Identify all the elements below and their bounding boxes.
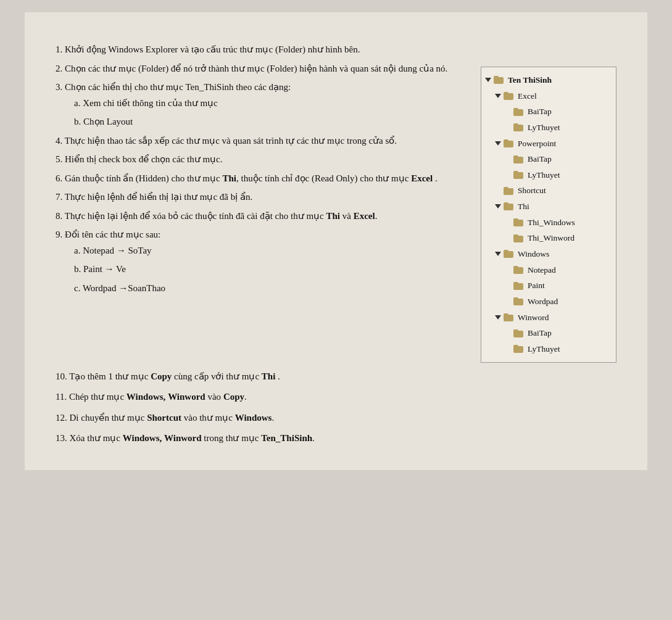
- bottom-item-text: Xóa thư mục Windows, Winword trong thư m…: [70, 433, 315, 443]
- item-number: 1.: [56, 44, 62, 54]
- folder-icon: [504, 250, 513, 258]
- instruction-item: 3. Chọn các hiển thị cho thư mục Ten_Thi…: [56, 80, 462, 130]
- expand-arrow: [495, 252, 501, 256]
- expand-arrow: [495, 94, 501, 98]
- folder-icon: [513, 123, 523, 131]
- folder-icon: [504, 139, 513, 147]
- tree-item[interactable]: Powerpoint: [485, 136, 612, 152]
- sub-item: c. Wordpad →SoanThao: [74, 281, 462, 297]
- bottom-instruction-item: 11. Chép thư mục Windows, Winword vào Co…: [56, 389, 616, 405]
- instruction-item: 8. Thực hiện lại lệnh để xóa bỏ các thuộ…: [56, 209, 462, 225]
- folder-icon: [513, 108, 523, 116]
- tree-item[interactable]: Thi_Windows: [485, 215, 612, 231]
- expand-arrow: [495, 315, 501, 320]
- page: 1. Khởi động Windows Explorer và tạo cấu…: [25, 12, 647, 470]
- tree-item[interactable]: Windows: [485, 246, 612, 262]
- tree-item[interactable]: LyThuyet: [485, 341, 612, 357]
- instruction-item: 7. Thực hiện lệnh để hiển thị lại thư mụ…: [56, 189, 462, 205]
- tree-item[interactable]: Notepad: [485, 262, 612, 278]
- item-text: Thực hiện lại lệnh để xóa bỏ các thuộc t…: [65, 211, 378, 221]
- tree-item[interactable]: Thi_Winword: [485, 230, 612, 246]
- bottom-item-text: Chép thư mục Windows, Winword vào Copy.: [69, 392, 247, 402]
- folder-icon: [504, 92, 513, 100]
- content-wrapper: 1. Khởi động Windows Explorer và tạo cấu…: [56, 42, 616, 363]
- tree-item[interactable]: Excel: [485, 88, 612, 104]
- tree-item[interactable]: Thi: [485, 199, 612, 215]
- tree-item-label: BaiTap: [528, 104, 552, 120]
- instruction-item: 9. Đổi tên các thư mục sau:a. Notepad → …: [56, 227, 462, 296]
- tree-item-label: Paint: [528, 278, 545, 294]
- tree-item[interactable]: LyThuyet: [485, 167, 612, 183]
- sub-item-text: c. Wordpad →SoanThao: [74, 283, 165, 293]
- folder-icon: [513, 266, 523, 274]
- tree-item-label: Powerpoint: [518, 136, 556, 152]
- sub-item: a. Notepad → SoTay: [74, 243, 462, 259]
- sub-item: a. Xem chi tiết thông tin của thư mục: [74, 96, 462, 112]
- folder-icon: [513, 345, 523, 353]
- sub-item: b. Paint → Ve: [74, 262, 462, 278]
- folder-icon: [513, 329, 523, 337]
- tree-item-label: Wordpad: [528, 294, 558, 310]
- tree-item[interactable]: Shortcut: [485, 183, 612, 199]
- instruction-item: 4. Thực hiện thao tác sắp xếp các thư mụ…: [56, 133, 462, 149]
- tree-item-label: Shortcut: [518, 183, 546, 199]
- item-number: 9.: [56, 229, 62, 239]
- item-number: 5.: [56, 154, 62, 164]
- folder-icon: [494, 76, 504, 84]
- tree-item[interactable]: BaiTap: [485, 104, 612, 120]
- tree-item-label: Notepad: [528, 262, 556, 278]
- sub-item-text: b. Paint → Ve: [74, 264, 126, 274]
- bottom-item-text: Di chuyển thư mục Shortcut vào thư mục W…: [70, 413, 275, 423]
- folder-icon: [513, 234, 523, 242]
- folder-icon: [504, 313, 513, 321]
- folder-icon: [513, 297, 523, 305]
- folder-icon: [504, 202, 513, 210]
- bottom-item-number: 13.: [56, 433, 67, 443]
- expand-arrow: [495, 204, 501, 209]
- expand-arrow: [495, 141, 501, 146]
- instruction-item: 6. Gán thuộc tính ẩn (Hidden) cho thư mụ…: [56, 171, 462, 187]
- tree-item[interactable]: LyThuyet: [485, 120, 612, 136]
- tree-item[interactable]: Wordpad: [485, 294, 612, 310]
- tree-item-label: Thi_Windows: [528, 215, 575, 231]
- item-text: Thực hiện lệnh để hiển thị lại thư mục đ…: [65, 192, 252, 202]
- bottom-items-list: 10. Tạo thêm 1 thư mục Copy cùng cấp với…: [56, 369, 616, 447]
- folder-icon: [513, 282, 523, 290]
- tree-item[interactable]: Winword: [485, 310, 612, 326]
- bottom-instruction-item: 12. Di chuyển thư mục Shortcut vào thư m…: [56, 410, 616, 426]
- tree-item-label: Ten ThiSinh: [508, 72, 552, 88]
- bottom-item-number: 10.: [56, 371, 67, 381]
- instructions-list: 1. Khởi động Windows Explorer và tạo cấu…: [56, 42, 462, 299]
- folder-icon: [513, 218, 523, 226]
- sub-item-text: a. Xem chi tiết thông tin của thư mục: [74, 98, 218, 108]
- bottom-instruction-item: 10. Tạo thêm 1 thư mục Copy cùng cấp với…: [56, 369, 616, 385]
- expand-arrow: [485, 78, 491, 82]
- tree-item[interactable]: BaiTap: [485, 325, 612, 341]
- tree-item-label: Excel: [518, 88, 537, 104]
- folder-icon: [513, 171, 523, 179]
- tree-item-label: LyThuyet: [528, 120, 560, 136]
- tree-item-label: BaiTap: [528, 151, 552, 167]
- tree-item-label: Thi_Winword: [528, 230, 575, 246]
- tree-item[interactable]: Paint: [485, 278, 612, 294]
- tree-item-label: LyThuyet: [528, 167, 560, 183]
- tree-item[interactable]: Ten ThiSinh: [485, 72, 612, 88]
- sub-item-text: a. Notepad → SoTay: [74, 246, 152, 255]
- item-number: 7.: [56, 192, 62, 202]
- item-number: 4.: [56, 136, 62, 146]
- item-text: Hiển thị check box để chọn các thư mục.: [65, 154, 223, 164]
- item-number: 3.: [56, 82, 62, 92]
- folder-icon: [513, 155, 523, 163]
- item-number: 8.: [56, 211, 62, 221]
- tree-item-label: Thi: [518, 199, 529, 215]
- item-text: Thực hiện thao tác sắp xếp các thư mục v…: [65, 136, 397, 146]
- item-text: Chọn các hiển thị cho thư mục Ten_ThiSin…: [65, 82, 291, 92]
- instruction-item: 2. Chọn các thư mục (Folder) để nó trở t…: [56, 61, 462, 77]
- item-number: 2.: [56, 64, 62, 73]
- item-text: Đổi tên các thư mục sau:: [65, 229, 160, 239]
- tree-item-label: BaiTap: [528, 325, 552, 341]
- tree-item-label: Winword: [518, 310, 549, 326]
- item-text: Chọn các thư mục (Folder) để nó trở thàn…: [65, 64, 447, 73]
- instruction-item: 5. Hiển thị check box để chọn các thư mụ…: [56, 152, 462, 168]
- tree-item[interactable]: BaiTap: [485, 151, 612, 167]
